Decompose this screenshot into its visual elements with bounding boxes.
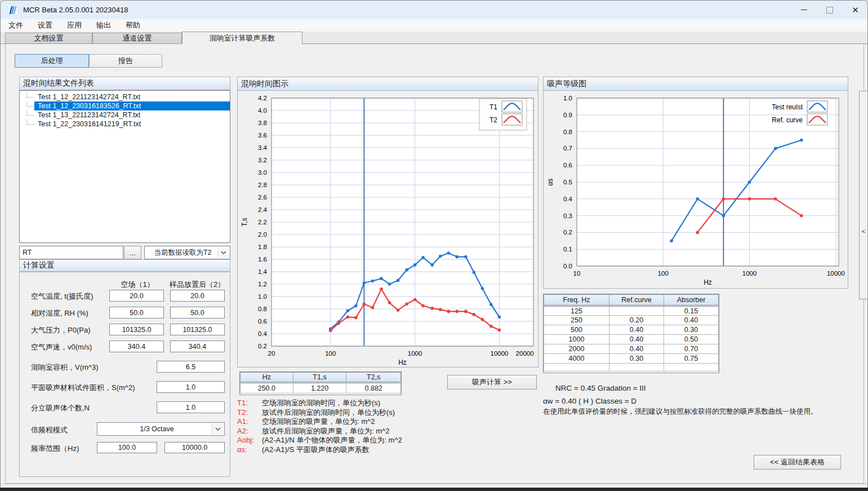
rt-table-header-hz: Hz: [241, 373, 293, 383]
note-key: T2:: [237, 408, 262, 418]
browse-button[interactable]: ...: [124, 246, 141, 259]
pressure-field-1[interactable]: 101325.0: [109, 324, 164, 335]
app-icon: [8, 5, 18, 15]
humidity-label: 相对湿度, RH (%): [31, 308, 88, 319]
sample-area-field[interactable]: 1.0: [157, 381, 225, 393]
sound-speed-field-1[interactable]: 340.4: [109, 340, 164, 352]
taskbar-strip: [0, 488, 868, 491]
freq-min-field[interactable]: 100.0: [97, 442, 157, 453]
rt-chart-title: 混响时间图示: [238, 77, 538, 91]
tree-connector-icon: [26, 101, 34, 107]
tab-document-settings[interactable]: 文档设置: [5, 33, 92, 43]
svg-text:100: 100: [325, 350, 336, 357]
subtab-postprocess[interactable]: 后处理: [15, 54, 89, 68]
svg-text:2.8: 2.8: [258, 182, 267, 188]
humidity-field-2[interactable]: 50.0: [170, 307, 225, 319]
menu-bar: 文件 设置 应用 输出 帮助: [1, 19, 867, 32]
air-temp-field-1[interactable]: 20.0: [109, 290, 164, 302]
octave-mode-value: 1/3 Octave: [140, 425, 181, 433]
svg-text:0.2: 0.2: [258, 343, 267, 350]
tab-channel-settings[interactable]: 通道设置: [92, 33, 182, 43]
rt-name-input[interactable]: RT: [19, 246, 123, 259]
file-item[interactable]: Test 1_13_221123142724_RT.txt: [20, 110, 230, 120]
grade-row[interactable]: 10000.400.50: [544, 335, 719, 344]
tree-connector-icon: [26, 120, 34, 125]
air-temp-label: 空气温度, t(摄氏度): [31, 291, 94, 302]
absorption-calc-button[interactable]: 吸声计算 >>: [447, 375, 537, 390]
svg-text:0.3: 0.3: [563, 213, 572, 219]
menu-apply[interactable]: 应用: [64, 19, 85, 32]
chevron-down-icon[interactable]: [217, 247, 229, 258]
svg-text:10000: 10000: [491, 350, 509, 357]
svg-text:T,s: T,s: [241, 218, 248, 226]
rt-value-table-wrap: Hz T1,s T2,s 250.0 1.220 0.882: [239, 371, 402, 395]
svg-text:4.2: 4.2: [258, 95, 267, 101]
svg-text:1.2: 1.2: [258, 281, 267, 287]
back-to-results-button[interactable]: << 返回结果表格: [754, 455, 841, 470]
room-volume-label: 混响室容积，V(m^3): [31, 362, 99, 373]
freq-range-label: 频率范围（Hz): [31, 444, 79, 454]
menu-file[interactable]: 文件: [5, 19, 26, 32]
note-key: αs:: [237, 445, 262, 455]
room-volume-field[interactable]: 6.5: [157, 361, 225, 373]
legend-notes: T1:空场混响室的混响时间，单位为秒(s) T2:放试件后混响室的混响时间，单位…: [237, 399, 402, 454]
title-bar: MCR Beta 2.05.0.001 20230418 ✕: [1, 1, 867, 19]
subtab-report[interactable]: 报告: [89, 54, 162, 68]
svg-text:Ref. curve: Ref. curve: [772, 116, 803, 124]
grade-row[interactable]: 40000.300.75: [544, 354, 719, 364]
menu-help[interactable]: 帮助: [122, 19, 144, 32]
svg-text:0.7: 0.7: [563, 145, 572, 152]
svg-text:0.9: 0.9: [563, 112, 572, 118]
pressure-field-2[interactable]: 101325.0: [170, 324, 225, 335]
chevron-down-icon[interactable]: [212, 423, 224, 435]
svg-text:Test reulst: Test reulst: [772, 103, 803, 111]
svg-text:20000: 20000: [516, 350, 534, 357]
svg-text:0.1: 0.1: [563, 246, 572, 253]
grade-chart-title: 吸声等级图: [544, 77, 848, 91]
grade-row[interactable]: 5000.400.30: [544, 325, 719, 335]
panel-collapse-handle[interactable]: <: [859, 91, 868, 299]
file-item[interactable]: Test 1_12_221123142724_RT.txt: [20, 92, 230, 101]
data-read-as-combo[interactable]: 当前数据读取为T2: [144, 246, 230, 259]
close-button[interactable]: ✕: [842, 1, 868, 19]
svg-text:3.4: 3.4: [258, 144, 268, 151]
grade-row[interactable]: 2500.200.40: [544, 316, 719, 325]
svg-text:1.4: 1.4: [258, 268, 268, 275]
svg-text:0.4: 0.4: [258, 330, 268, 337]
air-temp-field-2[interactable]: 20.0: [170, 290, 225, 302]
note-key: Aobj:: [237, 436, 262, 445]
rt-table-header-t1: T1,s: [293, 373, 346, 383]
maximize-icon: [826, 7, 833, 14]
col-header-with-sample: 样品放置后（2）: [161, 280, 234, 290]
sound-speed-field-2[interactable]: 340.4: [170, 340, 225, 352]
tab-reverb-room-absorption[interactable]: 混响室计算吸声系数: [182, 32, 302, 44]
absorber-count-field[interactable]: 1.0: [157, 401, 225, 413]
grade-table: Freq. Hz Ref.curve Absorber 1250.15 2500…: [544, 294, 719, 371]
humidity-field-1[interactable]: 50.0: [109, 307, 164, 319]
menu-settings[interactable]: 设置: [34, 19, 56, 32]
rt-chart-panel: 混响时间图示 0.20.40.60.81.01.21.41.61.82.02.2…: [237, 77, 538, 368]
close-icon: ✕: [852, 6, 859, 14]
app-window: MCR Beta 2.05.0.001 20230418 ✕ 文件 设置 应用 …: [0, 0, 868, 491]
freq-max-field[interactable]: 10000.0: [164, 442, 225, 453]
sound-speed-label: 空气声速，v0(m/s): [31, 342, 92, 352]
menu-output[interactable]: 输出: [93, 19, 114, 32]
rt-chart[interactable]: 0.20.40.60.81.01.21.41.61.82.02.22.42.62…: [238, 91, 538, 367]
grade-chart-panel: 吸声等级图 0.00.10.20.30.40.50.60.70.80.91.01…: [543, 77, 848, 289]
usage-note: 在使用此单值评价量的时候，强烈建议与按照标准获得的完整的吸声系数曲线一块使用。: [543, 407, 818, 417]
grade-row[interactable]: 20000.400.70: [544, 344, 719, 354]
svg-text:0.5: 0.5: [563, 179, 572, 185]
file-item-selected[interactable]: Test 1_12_230316183526_RT.txt: [20, 101, 230, 110]
file-item[interactable]: Test 1_22_230316141219_RT.txt: [20, 120, 230, 129]
svg-text:2.0: 2.0: [258, 231, 267, 238]
grade-chart[interactable]: 0.00.10.20.30.40.50.60.70.80.91.01010010…: [544, 91, 848, 288]
maximize-button[interactable]: [817, 1, 842, 19]
svg-text:0.6: 0.6: [563, 162, 572, 169]
grade-header-freq: Freq. Hz: [544, 295, 609, 306]
grade-row[interactable]: 1250.15: [544, 306, 719, 316]
svg-text:0.2: 0.2: [563, 229, 572, 236]
minimize-button[interactable]: [791, 1, 817, 19]
octave-mode-combo[interactable]: 1/3 Octave: [97, 422, 225, 436]
svg-text:20: 20: [268, 350, 275, 357]
rt-table-row[interactable]: 250.0 1.220 0.882: [241, 383, 401, 393]
